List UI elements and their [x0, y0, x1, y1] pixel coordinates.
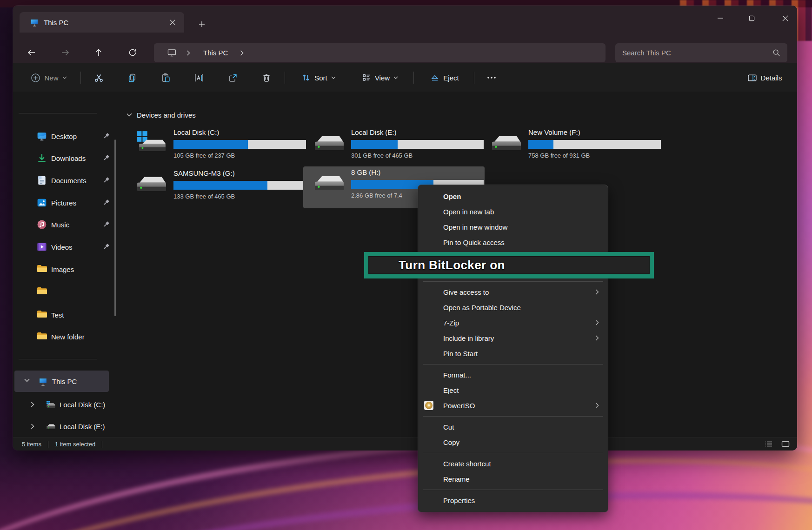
chevron-down-icon [393, 76, 398, 79]
sidebar-item-downloads[interactable]: Downloads [24, 150, 116, 166]
sidebar-item-label: New folder [51, 333, 116, 341]
menu-item-rename[interactable]: Rename [418, 471, 608, 487]
selection-count: 1 item selected [55, 441, 95, 448]
sort-button[interactable]: Sort [293, 68, 344, 87]
sidebar-scrollbar[interactable] [114, 139, 116, 316]
plus-circle-icon [31, 73, 40, 83]
desktop-icon [37, 131, 47, 141]
drive-tile-local-disk-c[interactable]: Local Disk (C:) 105 GB free of 237 GB [126, 126, 307, 168]
this-pc-monitor-icon [30, 18, 39, 27]
menu-item-turn-bitlocker-on[interactable]: Turn BitLocker on [369, 258, 505, 272]
tab-this-pc[interactable]: This PC [20, 12, 184, 33]
up-button[interactable] [90, 44, 107, 61]
drive-tile-new-volume-f[interactable]: New Volume (F:) 758 GB free of 931 GB [480, 126, 662, 168]
pin-icon [102, 154, 110, 162]
eject-icon [430, 73, 439, 82]
more-options-button[interactable] [482, 68, 501, 87]
ellipsis-icon [487, 76, 496, 79]
maximize-button[interactable] [741, 10, 762, 26]
menu-item-7zip[interactable]: 7-Zip [418, 315, 608, 331]
sidebar-item-images[interactable]: Images [24, 261, 116, 277]
share-button[interactable] [223, 68, 242, 87]
folder-icon [37, 310, 47, 320]
menu-item-properties[interactable]: Properties [418, 493, 608, 508]
forward-button[interactable] [57, 44, 73, 61]
search-input[interactable] [615, 49, 772, 57]
sidebar-item-local-disk-c[interactable]: Local Disk (C:) [14, 397, 109, 412]
drive-icon [46, 423, 56, 431]
view-icon [362, 73, 371, 82]
section-label: Devices and drives [137, 111, 196, 119]
music-icon [37, 219, 47, 230]
menu-separator [423, 364, 603, 364]
menu-item-copy[interactable]: Copy [418, 435, 608, 450]
menu-item-format[interactable]: Format... [418, 367, 608, 383]
divider [102, 441, 102, 448]
sidebar-item-folder[interactable] [24, 284, 116, 299]
chevron-right-icon [31, 402, 36, 407]
menu-item-create-shortcut[interactable]: Create shortcut [418, 456, 608, 471]
menu-item-open[interactable]: Open [418, 189, 608, 204]
pin-icon [102, 177, 110, 184]
sidebar-item-this-pc[interactable]: This PC [14, 371, 109, 392]
menu-item-open-in-new-window[interactable]: Open in new window [418, 219, 608, 235]
close-button[interactable] [774, 10, 796, 26]
copy-button[interactable] [123, 68, 141, 87]
drive-name: SAMSUNG-M3 (G:) [173, 169, 235, 177]
minimize-button[interactable] [710, 10, 731, 26]
drive-c-icon [136, 131, 166, 157]
view-label: View [375, 74, 390, 82]
sidebar-item-documents[interactable]: Documents [24, 172, 116, 188]
eject-button[interactable]: Eject [422, 68, 467, 87]
tab-close-icon[interactable] [166, 16, 179, 28]
menu-item-pin-to-start[interactable]: Pin to Start [418, 346, 608, 361]
menu-item-give-access-to[interactable]: Give access to [418, 285, 608, 300]
sidebar-item-videos[interactable]: Videos [24, 239, 116, 255]
chevron-down-icon [126, 113, 132, 117]
drive-name: Local Disk (E:) [351, 128, 397, 136]
menu-item-poweriso[interactable]: PowerISO [418, 398, 608, 413]
bitlocker-annotation-inner: Turn BitLocker on [368, 256, 650, 274]
menu-item-eject[interactable]: Eject [418, 383, 608, 398]
menu-item-open-as-portable-device[interactable]: Open as Portable Device [418, 300, 608, 315]
rename-button[interactable] [190, 68, 208, 87]
section-devices-and-drives[interactable]: Devices and drives [126, 109, 196, 121]
icons-view-toggle[interactable] [781, 441, 790, 447]
sidebar-item-desktop[interactable]: Desktop [24, 128, 116, 144]
drive-free-space: 758 GB free of 931 GB [528, 152, 590, 159]
drive-free-space: 133 GB free of 465 GB [173, 193, 235, 200]
new-tab-button[interactable] [195, 18, 208, 31]
tree-item-label: This PC [52, 378, 77, 385]
drive-name: 8 GB (H:) [351, 168, 380, 176]
menu-item-cut[interactable]: Cut [418, 419, 608, 435]
drive-name: Local Disk (C:) [173, 128, 219, 136]
search-icon[interactable] [772, 49, 780, 57]
new-button[interactable]: New [21, 68, 76, 87]
details-pane-icon [747, 73, 757, 83]
view-button[interactable]: View [354, 68, 406, 87]
drive-icon [313, 131, 344, 157]
paste-button[interactable] [156, 68, 175, 87]
cut-button[interactable] [89, 68, 108, 87]
command-bar: New Sort View [13, 63, 797, 92]
sidebar-item-pictures[interactable]: Pictures [24, 195, 116, 211]
refresh-button[interactable] [124, 44, 141, 61]
details-view-toggle[interactable] [765, 441, 773, 447]
delete-button[interactable] [257, 68, 276, 87]
sidebar-item-test[interactable]: Test [24, 307, 116, 323]
breadcrumb-location[interactable]: This PC [203, 49, 228, 57]
menu-item-include-in-library[interactable]: Include in library [418, 331, 608, 346]
chevron-right-icon [186, 50, 192, 56]
sidebar-item-local-disk-e[interactable]: Local Disk (E:) [14, 418, 109, 434]
back-button[interactable] [23, 44, 40, 61]
sidebar-item-music[interactable]: Music [24, 217, 116, 232]
drive-tile-local-disk-e[interactable]: Local Disk (E:) 301 GB free of 465 GB [303, 126, 485, 168]
drive-tile-samsung-m3-g[interactable]: SAMSUNG-M3 (G:) 133 GB free of 465 GB [126, 167, 307, 209]
details-button[interactable]: Details [739, 68, 791, 87]
folder-icon [37, 286, 47, 297]
sidebar-item-new-folder[interactable]: New folder [24, 329, 116, 344]
menu-item-pin-to-quick-access[interactable]: Pin to Quick access [418, 235, 608, 250]
breadcrumb[interactable]: This PC [154, 43, 606, 62]
menu-item-open-in-new-tab[interactable]: Open in new tab [418, 204, 608, 219]
search-box[interactable] [615, 43, 787, 62]
